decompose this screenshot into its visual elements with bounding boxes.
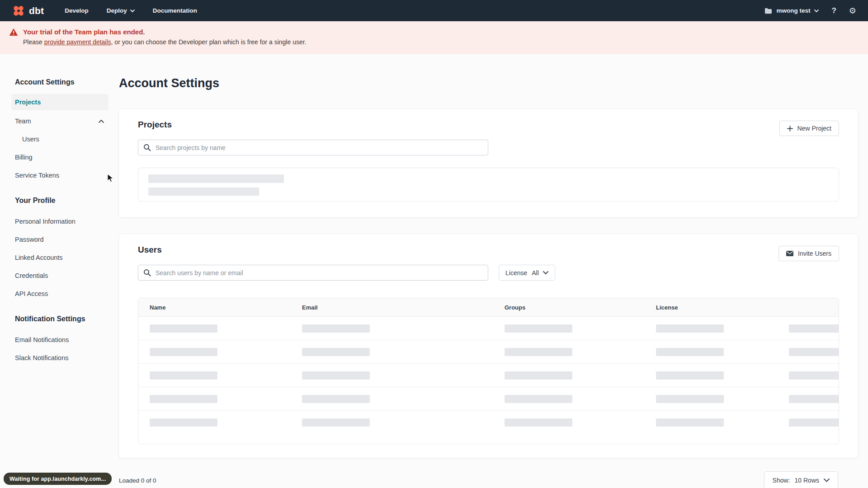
- banner-message: Please provide payment details, or you c…: [23, 37, 307, 47]
- chevron-down-icon: [543, 271, 548, 274]
- license-filter-dropdown[interactable]: License All: [499, 265, 555, 281]
- loading-skeleton-bar: [302, 395, 370, 403]
- projects-loading-list: [138, 168, 839, 202]
- sidebar-item-credentials[interactable]: Credentials: [11, 267, 108, 285]
- users-table: Name Email Groups License: [138, 298, 839, 444]
- column-header-groups: Groups: [493, 304, 645, 311]
- loading-skeleton-bar: [150, 395, 217, 403]
- table-row-loading: [138, 340, 839, 364]
- nav-menu: Develop Deploy Documentation: [65, 7, 197, 14]
- account-name: mwong test: [776, 7, 810, 14]
- sidebar-item-linked-accounts[interactable]: Linked Accounts: [11, 249, 108, 267]
- dbt-logo-icon: [12, 4, 25, 18]
- loading-skeleton-bar: [150, 324, 217, 333]
- main-content: Account Settings Projects New Project Us…: [119, 75, 858, 488]
- dbt-logo[interactable]: dbt: [12, 4, 44, 18]
- sidebar-heading-your-profile: Your Profile: [11, 196, 108, 205]
- sidebar-item-slack-notifications[interactable]: Slack Notifications: [11, 349, 108, 367]
- projects-card: Projects New Project: [119, 109, 858, 217]
- column-header-license: License: [645, 304, 778, 311]
- loading-skeleton-bar: [656, 395, 724, 403]
- loaded-count: Loaded 0 of 0: [119, 477, 156, 484]
- chevron-down-icon: [130, 9, 135, 12]
- banner-title: Your trial of the Team plan has ended.: [23, 27, 307, 37]
- sidebar-item-projects[interactable]: Projects: [11, 94, 108, 110]
- rows-per-page-dropdown[interactable]: Show: 10 Rows: [764, 471, 838, 488]
- chevron-down-icon: [814, 9, 819, 12]
- warning-icon: [9, 28, 18, 47]
- search-icon: [143, 269, 151, 278]
- invite-users-button[interactable]: Invite Users: [778, 246, 839, 261]
- column-header-email: Email: [291, 304, 493, 311]
- page-title: Account Settings: [119, 75, 858, 91]
- table-row-loading: [138, 387, 839, 411]
- chevron-down-icon: [824, 479, 830, 482]
- nav-item-documentation[interactable]: Documentation: [153, 7, 197, 14]
- table-footer: Loaded 0 of 0 Show: 10 Rows: [119, 471, 858, 488]
- loading-skeleton-bar: [148, 174, 284, 183]
- loading-skeleton-bar: [302, 371, 370, 380]
- loading-skeleton-bar: [789, 418, 839, 427]
- help-icon[interactable]: ?: [831, 6, 836, 15]
- plus-icon: [787, 126, 793, 131]
- chevron-up-icon: [99, 120, 104, 123]
- sidebar-item-team[interactable]: Team: [11, 112, 108, 130]
- sidebar-heading-account-settings: Account Settings: [11, 78, 108, 87]
- folder-icon: [764, 8, 772, 14]
- gear-icon[interactable]: ⚙: [849, 7, 856, 15]
- users-table-header: Name Email Groups License: [138, 298, 839, 317]
- loading-skeleton-bar: [789, 324, 839, 333]
- users-card-title: Users: [138, 245, 839, 255]
- loading-skeleton-bar: [789, 371, 839, 380]
- loading-skeleton-bar: [150, 371, 217, 380]
- search-icon: [143, 144, 151, 153]
- loading-skeleton-bar: [148, 188, 259, 196]
- loading-skeleton-bar: [505, 348, 572, 356]
- loading-skeleton-bar: [656, 348, 724, 356]
- rows-per-page-value: 10 Rows: [795, 477, 819, 484]
- mouse-cursor: [107, 174, 115, 184]
- projects-card-title: Projects: [138, 120, 839, 130]
- license-filter-value: All: [532, 269, 539, 277]
- sidebar-item-users[interactable]: Users: [11, 130, 108, 148]
- loading-skeleton-bar: [505, 418, 572, 427]
- loading-skeleton-bar: [302, 324, 370, 333]
- table-row-loading: [138, 364, 839, 387]
- browser-status-bubble: Waiting for app.launchdarkly.com...: [4, 473, 112, 485]
- nav-item-develop[interactable]: Develop: [65, 7, 89, 14]
- account-switcher[interactable]: mwong test: [764, 7, 819, 14]
- top-navigation-bar: dbt Develop Deploy Documentation mwong t…: [0, 0, 868, 21]
- loading-skeleton-bar: [505, 324, 572, 333]
- loading-skeleton-bar: [302, 418, 370, 427]
- loading-skeleton-bar: [789, 348, 839, 356]
- settings-sidebar: Account Settings Projects Team Users Bil…: [11, 78, 108, 367]
- users-search-input[interactable]: [138, 265, 488, 281]
- sidebar-item-api-access[interactable]: API Access: [11, 285, 108, 303]
- loading-skeleton-bar: [656, 418, 724, 427]
- loading-skeleton-bar: [656, 324, 724, 333]
- loading-skeleton-bar: [302, 348, 370, 356]
- sidebar-item-personal-information[interactable]: Personal Information: [11, 212, 108, 230]
- loading-skeleton-bar: [150, 418, 217, 427]
- loading-skeleton-bar: [789, 395, 839, 403]
- trial-ended-banner: Your trial of the Team plan has ended. P…: [0, 21, 868, 54]
- users-card: Users Invite Users License All: [119, 234, 858, 458]
- sidebar-item-email-notifications[interactable]: Email Notifications: [11, 331, 108, 349]
- column-header-name: Name: [138, 304, 291, 311]
- sidebar-item-billing[interactable]: Billing: [11, 148, 108, 166]
- table-row-loading: [138, 411, 839, 434]
- nav-item-deploy[interactable]: Deploy: [107, 7, 135, 14]
- table-row-loading: [138, 317, 839, 340]
- loading-skeleton-bar: [505, 395, 572, 403]
- sidebar-item-service-tokens[interactable]: Service Tokens: [11, 166, 108, 184]
- projects-search-input[interactable]: [138, 140, 488, 155]
- dbt-logo-text: dbt: [29, 5, 44, 16]
- provide-payment-details-link[interactable]: provide payment details: [44, 38, 111, 46]
- loading-skeleton-bar: [656, 371, 724, 380]
- loading-skeleton-bar: [505, 371, 572, 380]
- new-project-button[interactable]: New Project: [779, 121, 839, 136]
- sidebar-item-password[interactable]: Password: [11, 230, 108, 249]
- loading-skeleton-bar: [150, 348, 217, 356]
- envelope-icon: [786, 251, 793, 256]
- sidebar-heading-notification-settings: Notification Settings: [11, 314, 108, 324]
